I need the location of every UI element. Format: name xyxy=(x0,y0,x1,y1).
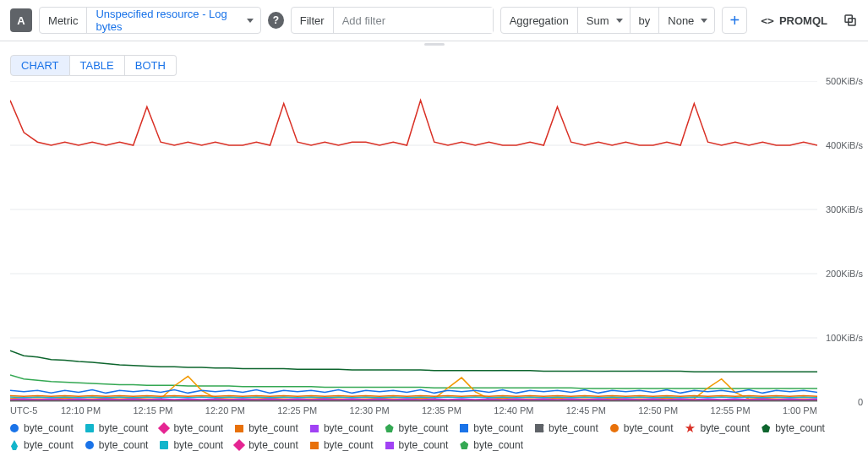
legend-item[interactable]: byte_count xyxy=(535,422,598,434)
legend-item[interactable]: byte_count xyxy=(85,439,149,451)
series-line[interactable] xyxy=(10,375,817,389)
legend-label: byte_count xyxy=(99,439,149,451)
legend-label: byte_count xyxy=(700,422,750,434)
legend-swatch xyxy=(10,424,19,432)
legend-label: byte_count xyxy=(549,422,598,434)
help-icon[interactable]: ? xyxy=(268,12,284,29)
legend-item[interactable]: byte_count xyxy=(235,439,298,451)
groupby-value[interactable]: None xyxy=(659,8,714,33)
series-line[interactable] xyxy=(10,399,817,399)
x-tick-label: 12:10 PM xyxy=(61,405,101,416)
aggregation-label: Aggregation xyxy=(501,8,578,33)
legend-swatch xyxy=(385,424,394,432)
line-chart[interactable] xyxy=(10,81,817,402)
copy-icon[interactable] xyxy=(843,13,858,28)
view-tabs: CHART TABLE BOTH xyxy=(0,46,868,81)
legend-swatch xyxy=(385,442,394,449)
filter-label: Filter xyxy=(292,8,334,33)
x-axis-ticks: 12:10 PM12:15 PM12:20 PM12:25 PM12:30 PM… xyxy=(61,405,817,416)
y-tick-label: 300KiB/s xyxy=(826,204,863,215)
tab-chart[interactable]: CHART xyxy=(10,55,70,76)
y-tick-label: 200KiB/s xyxy=(826,269,863,279)
legend-item[interactable]: byte_count xyxy=(160,439,223,451)
x-axis: UTC-5 12:10 PM12:15 PM12:20 PM12:25 PM12… xyxy=(0,402,868,416)
x-tick-label: 12:35 PM xyxy=(422,405,461,416)
metric-value[interactable]: Unspecified resource - Log bytes xyxy=(87,8,260,33)
legend-swatch xyxy=(535,424,543,432)
groupby-value-text: None xyxy=(668,14,694,27)
legend-item[interactable]: byte_count xyxy=(235,422,298,434)
query-toolbar: A Metric Unspecified resource - Log byte… xyxy=(0,0,868,41)
metric-selector[interactable]: Metric Unspecified resource - Log bytes xyxy=(39,7,261,34)
metric-value-text: Unspecified resource - Log bytes xyxy=(96,8,240,33)
legend-label: byte_count xyxy=(775,422,825,434)
legend-swatch xyxy=(610,424,619,432)
legend-label: byte_count xyxy=(248,439,298,451)
y-tick-label: 0 xyxy=(858,397,863,407)
chart-area: 0100KiB/s200KiB/s300KiB/s400KiB/s500KiB/… xyxy=(0,81,868,402)
chevron-down-icon xyxy=(701,19,707,23)
x-tick-label: 12:40 PM xyxy=(494,405,533,416)
legend-item[interactable]: byte_count xyxy=(10,439,74,451)
legend-item[interactable]: byte_count xyxy=(310,439,374,451)
series-line[interactable] xyxy=(10,390,817,394)
legend-item[interactable]: byte_count xyxy=(460,422,523,434)
aggregation-value[interactable]: Sum xyxy=(578,8,630,33)
timezone-label: UTC-5 xyxy=(10,405,61,416)
legend-swatch xyxy=(460,441,468,449)
promql-toggle[interactable]: <> PROMQL xyxy=(761,14,827,27)
legend-swatch xyxy=(460,424,468,432)
x-tick-label: 1:00 PM xyxy=(783,405,817,416)
tab-both[interactable]: BOTH xyxy=(125,55,177,76)
y-tick-label: 500KiB/s xyxy=(826,76,863,86)
tab-table[interactable]: TABLE xyxy=(70,55,125,76)
legend-swatch xyxy=(762,424,770,432)
legend-swatch xyxy=(310,442,319,449)
chart-legend: byte_countbyte_countbyte_countbyte_count… xyxy=(0,416,868,451)
add-query-button[interactable]: + xyxy=(722,7,747,34)
filter-input[interactable] xyxy=(334,8,493,33)
x-tick-label: 12:50 PM xyxy=(638,405,678,416)
legend-item[interactable]: byte_count xyxy=(160,422,223,434)
legend-label: byte_count xyxy=(324,439,374,451)
series-line[interactable] xyxy=(10,350,817,372)
legend-item[interactable]: byte_count xyxy=(310,422,374,434)
filter-box[interactable]: Filter xyxy=(291,7,494,34)
legend-label: byte_count xyxy=(24,422,74,434)
groupby-label: by xyxy=(630,8,660,33)
legend-label: byte_count xyxy=(173,422,223,434)
legend-item[interactable]: byte_count xyxy=(385,422,449,434)
x-tick-label: 12:20 PM xyxy=(205,405,245,416)
legend-label: byte_count xyxy=(399,422,449,434)
legend-item[interactable]: byte_count xyxy=(385,439,449,451)
legend-item[interactable]: byte_count xyxy=(85,422,149,434)
legend-swatch xyxy=(233,439,245,451)
y-axis-labels: 0100KiB/s200KiB/s300KiB/s400KiB/s500KiB/… xyxy=(819,81,863,402)
promql-label: PROMQL xyxy=(779,14,827,27)
legend-swatch xyxy=(85,441,94,449)
series-line[interactable] xyxy=(10,397,817,398)
code-icon: <> xyxy=(761,14,774,27)
aggregation-selector[interactable]: Aggregation Sum by None xyxy=(500,7,716,34)
series-line[interactable] xyxy=(10,395,817,396)
legend-label: byte_count xyxy=(248,422,298,434)
legend-label: byte_count xyxy=(173,439,223,451)
legend-item[interactable]: byte_count xyxy=(610,422,674,434)
series-line[interactable] xyxy=(10,101,817,145)
legend-item[interactable]: byte_count xyxy=(762,422,825,434)
legend-swatch xyxy=(158,422,170,434)
legend-swatch xyxy=(85,424,94,432)
legend-item[interactable]: byte_count xyxy=(460,439,523,451)
legend-label: byte_count xyxy=(473,422,523,434)
y-tick-label: 100KiB/s xyxy=(826,333,863,343)
legend-label: byte_count xyxy=(473,439,523,451)
metric-label: Metric xyxy=(40,8,87,33)
legend-label: byte_count xyxy=(399,439,449,451)
legend-label: byte_count xyxy=(324,422,374,434)
x-tick-label: 12:25 PM xyxy=(277,405,317,416)
x-tick-label: 12:55 PM xyxy=(711,405,751,416)
legend-item[interactable]: byte_count xyxy=(10,422,74,434)
y-tick-label: 400KiB/s xyxy=(826,140,863,150)
legend-item[interactable]: byte_count xyxy=(685,422,750,434)
query-letter-badge: A xyxy=(10,8,32,32)
